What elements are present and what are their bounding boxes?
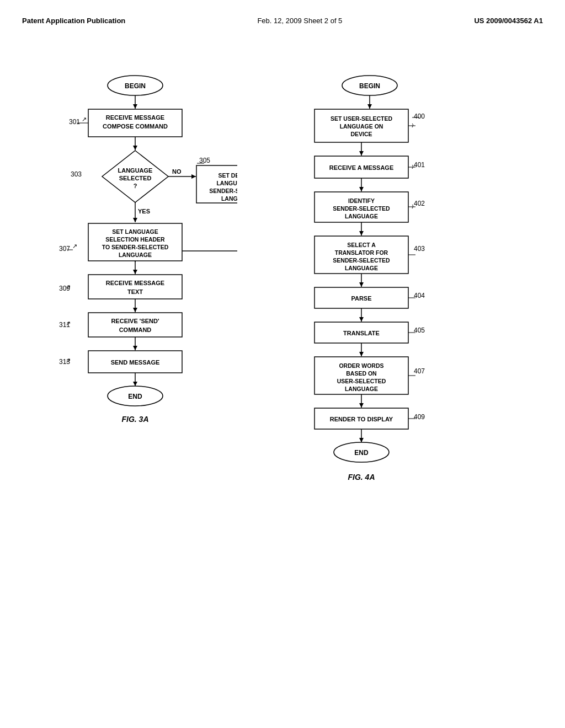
svg-text:SELECT A: SELECT A — [347, 242, 376, 248]
fig3a-begin-label: BEGIN — [125, 82, 146, 90]
fig3a-container: BEGIN RECEIVE MESSAGE COMPOSE COMMAND 30… — [33, 69, 237, 512]
svg-text:RECEIVE 'SEND': RECEIVE 'SEND' — [111, 318, 159, 324]
svg-text:SELECTION HEADER: SELECTION HEADER — [105, 236, 165, 243]
svg-text:↗: ↗ — [72, 243, 77, 249]
ref-404: 404 — [414, 292, 425, 299]
svg-marker-78 — [359, 231, 364, 235]
svg-text:IDENTIFY: IDENTIFY — [348, 197, 375, 204]
svg-text:SENDER-SELECTED: SENDER-SELECTED — [333, 205, 390, 212]
ref-405: 405 — [414, 326, 425, 334]
header-right: US 2009/0043562 A1 — [474, 17, 543, 25]
svg-marker-72 — [359, 187, 364, 191]
page-header: Patent Application Publication Feb. 12, … — [22, 11, 543, 36]
svg-text:BEGIN: BEGIN — [359, 82, 380, 90]
svg-text:SEND MESSAGE: SEND MESSAGE — [111, 359, 160, 366]
svg-marker-2 — [133, 104, 137, 109]
svg-text:SENDER-SELECTED: SENDER-SELECTED — [209, 188, 237, 194]
svg-marker-44 — [133, 308, 137, 312]
svg-text:RECEIVE MESSAGE: RECEIVE MESSAGE — [106, 114, 164, 121]
svg-marker-19 — [191, 174, 196, 179]
svg-rect-46 — [88, 313, 182, 337]
header-left: Patent Application Publication — [22, 17, 125, 25]
ref-403: 403 — [414, 245, 425, 253]
ref-401: 401 — [414, 161, 425, 169]
svg-marker-38 — [133, 270, 137, 274]
svg-text:RECEIVE MESSAGE: RECEIVE MESSAGE — [106, 280, 164, 286]
svg-marker-61 — [367, 104, 372, 109]
svg-marker-50 — [133, 346, 137, 350]
svg-text:YES: YES — [138, 208, 150, 215]
svg-text:↗: ↗ — [66, 357, 71, 363]
svg-marker-93 — [359, 352, 364, 356]
svg-text:RENDER TO DISPLAY: RENDER TO DISPLAY — [330, 416, 393, 422]
fig3a-svg: BEGIN RECEIVE MESSAGE COMPOSE COMMAND 30… — [33, 69, 237, 510]
fig4a-label: FIG. 4A — [348, 473, 375, 481]
svg-text:LANGUAGE: LANGUAGE — [119, 251, 152, 258]
svg-text:BASED ON: BASED ON — [346, 370, 376, 377]
svg-marker-100 — [359, 403, 364, 408]
svg-text:COMPOSE COMMAND: COMPOSE COMMAND — [103, 123, 168, 130]
svg-marker-9 — [133, 146, 137, 150]
diagrams-container: BEGIN RECEIVE MESSAGE COMPOSE COMMAND 30… — [22, 69, 543, 556]
svg-text:SET LANGUAGE: SET LANGUAGE — [112, 228, 158, 235]
svg-text:TEXT: TEXT — [127, 288, 143, 295]
svg-marker-68 — [359, 151, 364, 156]
svg-text:SENDER-SELECTED: SENDER-SELECTED — [333, 257, 390, 264]
svg-text:LANGUAGE: LANGUAGE — [345, 386, 378, 392]
svg-marker-85 — [359, 282, 364, 287]
svg-text:END: END — [354, 449, 369, 457]
svg-text:SET DEFAULT: SET DEFAULT — [218, 172, 237, 179]
ref-303: 303 — [71, 170, 82, 178]
svg-text:SELECTED: SELECTED — [119, 175, 152, 181]
svg-marker-55 — [133, 382, 137, 386]
ref-409: 409 — [414, 413, 425, 421]
svg-text:COMMAND: COMMAND — [119, 326, 152, 333]
svg-text:END: END — [128, 393, 142, 400]
svg-text:↗: ↗ — [66, 320, 71, 326]
fig4a-svg: BEGIN 400 SET USER-SELECTED LANGUAGE ON … — [281, 69, 458, 554]
header-center: Feb. 12, 2009 Sheet 2 of 5 — [257, 17, 342, 25]
svg-marker-16 — [133, 218, 137, 222]
svg-text:↗: ↗ — [66, 283, 71, 290]
fig4a-container: BEGIN 400 SET USER-SELECTED LANGUAGE ON … — [281, 69, 458, 556]
svg-text:PARSE: PARSE — [351, 295, 371, 302]
svg-text:TRANSLATE: TRANSLATE — [343, 330, 380, 336]
svg-text:NO: NO — [172, 168, 182, 175]
page: Patent Application Publication Feb. 12, … — [0, 0, 565, 728]
svg-text:LANGUAGE ON: LANGUAGE ON — [340, 123, 383, 130]
fig3a-label: FIG. 3A — [121, 415, 148, 424]
svg-marker-89 — [359, 317, 364, 322]
svg-text:LANGUAGE AS: LANGUAGE AS — [216, 180, 237, 186]
svg-text:DEVICE: DEVICE — [350, 131, 372, 137]
svg-text:TRANSLATOR FOR: TRANSLATOR FOR — [335, 249, 388, 256]
svg-text:↗: ↗ — [82, 116, 87, 122]
svg-text:?: ? — [134, 183, 137, 189]
ref-402: 402 — [414, 200, 425, 207]
ref-400: 400 — [414, 113, 425, 120]
svg-rect-40 — [88, 275, 182, 299]
svg-text:LANGUAGE: LANGUAGE — [221, 195, 237, 202]
svg-text:ORDER WORDS: ORDER WORDS — [339, 362, 383, 369]
svg-text:SET USER-SELECTED: SET USER-SELECTED — [331, 115, 392, 122]
svg-text:LANGUAGE: LANGUAGE — [345, 265, 378, 271]
svg-text:TO SENDER-SELECTED: TO SENDER-SELECTED — [102, 244, 169, 250]
svg-text:LANGUAGE: LANGUAGE — [345, 213, 378, 220]
ref-407: 407 — [414, 367, 425, 375]
svg-text:USER-SELECTED: USER-SELECTED — [337, 378, 386, 384]
svg-text:LANGUAGE: LANGUAGE — [118, 167, 153, 174]
svg-text:RECEIVE A MESSAGE: RECEIVE A MESSAGE — [329, 164, 394, 171]
svg-marker-104 — [359, 438, 364, 442]
ref-307: 307 — [59, 245, 70, 253]
ref-301: 301 — [69, 118, 80, 126]
